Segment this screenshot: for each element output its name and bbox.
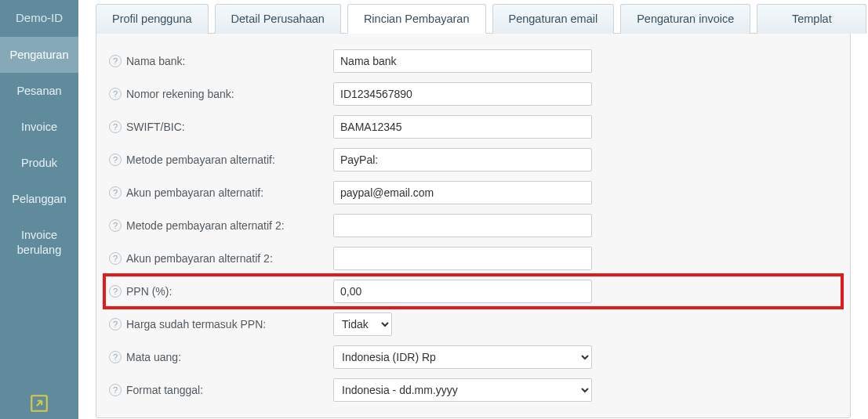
tab-pengaturan-invoice[interactable]: Pengaturan invoice [620, 4, 750, 34]
sidebar-item-pengaturan[interactable]: Pengaturan [0, 37, 78, 73]
share-icon [29, 393, 49, 414]
field-row-swift: ? SWIFT/BIC: [106, 110, 841, 143]
sidebar-item-demo-id[interactable]: Demo-ID [0, 0, 78, 37]
account-no-input[interactable] [333, 82, 592, 106]
sidebar-item-label: Pelanggan [12, 193, 66, 205]
alt-method2-input[interactable] [333, 214, 592, 237]
field-row-currency: ? Mata uang: Indonesia (IDR) Rp [106, 341, 841, 374]
field-row-ppn-included: ? Harga sudah termasuk PPN: Tidak [106, 308, 841, 341]
tab-templat[interactable]: Templat [757, 4, 866, 34]
tab-pengaturan-email[interactable]: Pengaturan email [492, 4, 615, 34]
alt-account2-input[interactable] [333, 247, 592, 270]
ppn-input[interactable] [333, 280, 592, 303]
sidebar-item-label: Invoice berulang [17, 229, 61, 255]
field-row-alt-account2: ? Akun pembayaran alternatif 2: [106, 242, 841, 275]
swift-input[interactable] [333, 115, 592, 139]
field-row-bank-name: ? Nama bank: [106, 45, 841, 78]
field-label: Akun pembayaran alternatif 2: [126, 252, 273, 265]
bank-name-input[interactable] [333, 49, 592, 73]
ppn-included-select[interactable]: Tidak [333, 312, 392, 336]
currency-select[interactable]: Indonesia (IDR) Rp [333, 345, 592, 369]
help-icon[interactable]: ? [109, 121, 122, 133]
sidebar: Demo-ID Pengaturan Pesanan Invoice Produ… [0, 0, 78, 419]
sidebar-item-invoice[interactable]: Invoice [0, 109, 78, 145]
tab-rincian-pembayaran[interactable]: Rincian Pembayaran [347, 4, 486, 34]
tab-label: Pengaturan invoice [637, 13, 734, 25]
sidebar-item-pelanggan[interactable]: Pelanggan [0, 181, 78, 217]
help-icon[interactable]: ? [109, 55, 122, 67]
field-label: Metode pembayaran alternatif 2: [126, 219, 285, 232]
help-icon[interactable]: ? [109, 384, 122, 396]
help-icon[interactable]: ? [109, 285, 122, 298]
sidebar-item-invoice-berulang[interactable]: Invoice berulang [0, 217, 78, 267]
field-label: PPN (%): [126, 285, 172, 298]
tab-detail-perusahaan[interactable]: Detail Perusahaan [215, 4, 341, 34]
help-icon[interactable]: ? [109, 252, 122, 265]
field-label: Akun pembayaran alternatif: [126, 186, 263, 199]
field-row-ppn: ? PPN (%): [103, 273, 844, 309]
sidebar-item-label: Pesanan [16, 85, 61, 97]
form-panel: ? Nama bank: ? Nomor rekening bank: ? SW… [96, 33, 851, 418]
tab-label: Profil pengguna [112, 13, 192, 25]
sidebar-item-produk[interactable]: Produk [0, 145, 78, 181]
alt-account-input[interactable] [333, 181, 592, 204]
field-label: Harga sudah termasuk PPN: [126, 318, 266, 331]
tab-label: Detail Perusahaan [231, 13, 325, 25]
help-icon[interactable]: ? [109, 318, 122, 331]
sidebar-item-label: Invoice [21, 121, 57, 133]
sidebar-item-label: Pengaturan [10, 49, 69, 61]
field-label: Nomor rekening bank: [126, 88, 234, 100]
field-row-date-format: ? Format tanggal: Indonesia - dd.mm.yyyy [106, 374, 841, 406]
sidebar-item-label: Demo-ID [16, 11, 63, 24]
tab-label: Templat [792, 13, 832, 25]
tab-profil-pengguna[interactable]: Profil pengguna [96, 4, 209, 34]
help-icon[interactable]: ? [109, 154, 122, 166]
field-label: SWIFT/BIC: [126, 121, 185, 133]
tab-label: Rincian Pembayaran [364, 13, 470, 25]
alt-method-input[interactable] [333, 148, 592, 172]
field-row-alt-method: ? Metode pembayaran alternatif: [106, 143, 841, 176]
field-label: Mata uang: [126, 351, 181, 363]
field-label: Format tanggal: [126, 384, 203, 396]
main-content: Profil pengguna Detail Perusahaan Rincia… [78, 0, 868, 419]
help-icon[interactable]: ? [109, 219, 122, 232]
sidebar-bottom-icon[interactable] [0, 387, 78, 419]
sidebar-item-label: Produk [21, 157, 57, 169]
field-row-alt-method2: ? Metode pembayaran alternatif 2: [106, 209, 841, 242]
tabs: Profil pengguna Detail Perusahaan Rincia… [82, 3, 865, 33]
help-icon[interactable]: ? [109, 88, 122, 100]
sidebar-item-pesanan[interactable]: Pesanan [0, 73, 78, 109]
help-icon[interactable]: ? [109, 351, 122, 363]
help-icon[interactable]: ? [109, 186, 122, 199]
field-row-account-no: ? Nomor rekening bank: [106, 78, 841, 110]
field-label: Metode pembayaran alternatif: [126, 154, 275, 166]
field-row-alt-account: ? Akun pembayaran alternatif: [106, 176, 841, 209]
tab-label: Pengaturan email [509, 13, 598, 25]
date-format-select[interactable]: Indonesia - dd.mm.yyyy [333, 378, 592, 402]
field-label: Nama bank: [126, 55, 185, 67]
